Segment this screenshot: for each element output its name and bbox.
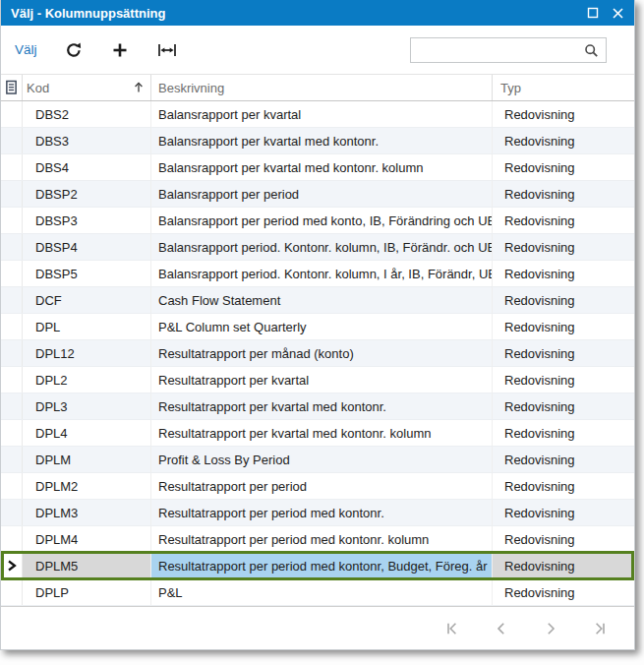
cell-type[interactable]: Redovisning bbox=[493, 154, 634, 180]
table-row[interactable]: DPL3 Resultatrapport per kvartal med kon… bbox=[1, 393, 634, 420]
row-indicator-cell bbox=[1, 208, 23, 233]
cell-type[interactable]: Redovisning bbox=[493, 579, 634, 605]
column-header-beskrivning-label: Beskrivning bbox=[158, 81, 224, 95]
cell-description[interactable]: Profit & Loss By Period bbox=[151, 447, 493, 472]
select-button[interactable]: Välj bbox=[15, 42, 37, 57]
table-row[interactable]: DBS4 Balansrapport per kvartal med konto… bbox=[1, 154, 634, 181]
cell-code[interactable]: DPL2 bbox=[23, 367, 151, 393]
cell-code[interactable]: DPL bbox=[23, 314, 151, 339]
cell-type[interactable]: Redovisning bbox=[493, 181, 634, 207]
table-row[interactable]: DBS2 Balansrapport per kvartal Redovisni… bbox=[1, 101, 634, 128]
table-row[interactable]: DBSP3 Balansrapport per period med konto… bbox=[1, 208, 634, 234]
cell-type[interactable]: Redovisning bbox=[493, 473, 634, 499]
cell-code[interactable]: DPL12 bbox=[23, 340, 151, 366]
cell-description[interactable]: Resultatrapport per period med kontonr. bbox=[151, 500, 493, 525]
cell-type[interactable]: Redovisning bbox=[493, 447, 634, 472]
search-icon[interactable] bbox=[584, 43, 599, 58]
column-header-kod[interactable]: Kod bbox=[23, 75, 151, 100]
cell-type[interactable]: Redovisning bbox=[493, 420, 634, 446]
cell-description[interactable]: Cash Flow Statement bbox=[151, 287, 493, 313]
adjust-column-width-button[interactable] bbox=[157, 42, 177, 58]
add-new-button[interactable] bbox=[112, 42, 128, 58]
table-row[interactable]: DBSP5 Balansrapport period. Kontonr. kol… bbox=[1, 261, 634, 287]
cell-code[interactable]: DPL4 bbox=[23, 420, 151, 446]
cell-type[interactable]: Redovisning bbox=[493, 393, 634, 419]
cell-type[interactable]: Redovisning bbox=[493, 287, 634, 313]
cell-description[interactable]: P&L bbox=[151, 579, 493, 605]
column-header-beskrivning[interactable]: Beskrivning bbox=[151, 75, 493, 100]
cell-description[interactable]: Resultatrapport per kvartal bbox=[151, 367, 493, 393]
table-row[interactable]: DPLP P&L Redovisning bbox=[1, 579, 634, 606]
table-row[interactable]: DCF Cash Flow Statement Redovisning bbox=[1, 287, 634, 314]
first-page-button[interactable] bbox=[445, 622, 459, 635]
row-indicator-icon bbox=[7, 559, 17, 573]
cell-code[interactable]: DBSP5 bbox=[23, 261, 151, 286]
table-row[interactable]: DBS3 Balansrapport per kvartal med konto… bbox=[1, 128, 634, 154]
table-row[interactable]: DPL4 Resultatrapport per kvartal med kon… bbox=[1, 420, 634, 447]
maximize-button[interactable] bbox=[587, 7, 599, 19]
cell-description[interactable]: Balansrapport period. Kontonr. kolumn, I… bbox=[151, 234, 493, 260]
cell-description[interactable]: Balansrapport per kvartal med kontonr. bbox=[151, 128, 493, 153]
cell-code[interactable]: DPL3 bbox=[23, 393, 151, 419]
cell-type[interactable]: Redovisning bbox=[493, 101, 634, 127]
cell-description[interactable]: Balansrapport per period bbox=[151, 181, 493, 207]
cell-type[interactable]: Redovisning bbox=[493, 208, 634, 233]
cell-description[interactable]: Balansrapport period. Kontonr. kolumn, I… bbox=[151, 261, 493, 286]
cell-type[interactable]: Redovisning bbox=[493, 367, 634, 393]
cell-description[interactable]: Resultatrapport per period bbox=[151, 473, 493, 499]
cell-type[interactable]: Redovisning bbox=[493, 340, 634, 366]
row-indicator-cell bbox=[1, 314, 23, 339]
cell-type[interactable]: Redovisning bbox=[493, 234, 634, 260]
row-indicator-cell bbox=[1, 367, 23, 393]
column-header-typ[interactable]: Typ bbox=[493, 75, 634, 100]
row-selector-button[interactable] bbox=[1, 75, 23, 100]
cell-code[interactable]: DPLM4 bbox=[23, 526, 151, 552]
table-row[interactable]: DBSP2 Balansrapport per period Redovisni… bbox=[1, 181, 634, 208]
column-width-icon bbox=[157, 42, 177, 58]
cell-code[interactable]: DCF bbox=[23, 287, 151, 313]
table-row[interactable]: DPL2 Resultatrapport per kvartal Redovis… bbox=[1, 367, 634, 393]
close-button[interactable] bbox=[612, 7, 624, 20]
table-row[interactable]: DPLM3 Resultatrapport per period med kon… bbox=[1, 500, 634, 526]
cell-code[interactable]: DBSP2 bbox=[23, 181, 151, 207]
cell-code[interactable]: DPLM5 bbox=[23, 553, 151, 578]
cell-type[interactable]: Redovisning bbox=[493, 526, 634, 552]
table-row[interactable]: DPLM Profit & Loss By Period Redovisning bbox=[1, 447, 634, 473]
cell-code[interactable]: DBSP4 bbox=[23, 234, 151, 260]
table-row[interactable]: DPLM5 Resultatrapport per period med kon… bbox=[1, 553, 634, 579]
table-row[interactable]: DPLM2 Resultatrapport per period Redovis… bbox=[1, 473, 634, 500]
cell-code[interactable]: DBSP3 bbox=[23, 208, 151, 233]
cell-code[interactable]: DPLP bbox=[23, 579, 151, 605]
cell-description[interactable]: Resultatrapport per period med kontonr, … bbox=[151, 553, 493, 578]
cell-description[interactable]: Resultatrapport per period med kontonr. … bbox=[151, 526, 493, 552]
cell-code[interactable]: DBS3 bbox=[23, 128, 151, 153]
refresh-button[interactable] bbox=[65, 41, 83, 59]
cell-code[interactable]: DPLM3 bbox=[23, 500, 151, 525]
table-row[interactable]: DPL12 Resultatrapport per månad (konto) … bbox=[1, 340, 634, 367]
next-page-button[interactable] bbox=[544, 622, 557, 635]
cell-code[interactable]: DPLM bbox=[23, 447, 151, 472]
previous-page-icon bbox=[495, 622, 508, 635]
cell-type[interactable]: Redovisning bbox=[493, 314, 634, 339]
cell-description[interactable]: Balansrapport per kvartal med kontonr. k… bbox=[151, 154, 493, 180]
cell-description[interactable]: Balansrapport per period med konto, IB, … bbox=[151, 208, 493, 233]
cell-description[interactable]: Balansrapport per kvartal bbox=[151, 101, 493, 127]
cell-code[interactable]: DBS2 bbox=[23, 101, 151, 127]
previous-page-button[interactable] bbox=[495, 622, 508, 635]
cell-type[interactable]: Redovisning bbox=[493, 500, 634, 525]
cell-description[interactable]: Resultatrapport per kvartal med kontonr. bbox=[151, 393, 493, 419]
next-page-icon bbox=[544, 622, 557, 635]
table-row[interactable]: DPLM4 Resultatrapport per period med kon… bbox=[1, 526, 634, 553]
table-row[interactable]: DBSP4 Balansrapport period. Kontonr. kol… bbox=[1, 234, 634, 261]
cell-description[interactable]: P&L Column set Quarterly bbox=[151, 314, 493, 339]
cell-code[interactable]: DPLM2 bbox=[23, 473, 151, 499]
cell-description[interactable]: Resultatrapport per månad (konto) bbox=[151, 340, 493, 366]
table-row[interactable]: DPL P&L Column set Quarterly Redovisning bbox=[1, 314, 634, 340]
cell-description[interactable]: Resultatrapport per kvartal med kontonr.… bbox=[151, 420, 493, 446]
cell-type[interactable]: Redovisning bbox=[493, 128, 634, 153]
cell-code[interactable]: DBS4 bbox=[23, 154, 151, 180]
cell-type[interactable]: Redovisning bbox=[493, 553, 634, 578]
cell-type[interactable]: Redovisning bbox=[493, 261, 634, 286]
search-input[interactable] bbox=[411, 38, 606, 62]
last-page-button[interactable] bbox=[593, 622, 607, 635]
